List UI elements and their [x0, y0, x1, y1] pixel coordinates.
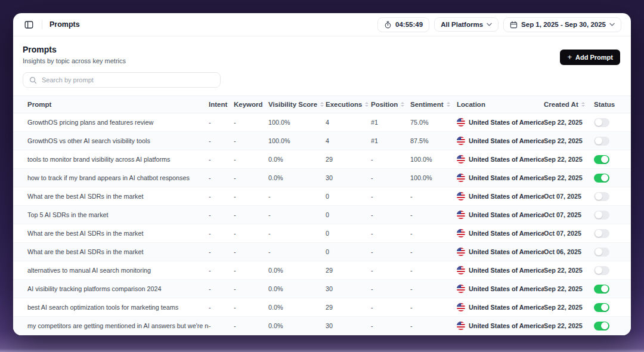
cell-status: [594, 266, 621, 275]
platform-filter-dropdown[interactable]: All Platforms: [434, 17, 499, 32]
us-flag-icon: [457, 211, 465, 219]
cell-visibility: -: [268, 230, 326, 237]
cell-position: -: [371, 230, 410, 237]
cell-executions: 0: [326, 193, 371, 200]
us-flag-icon: [457, 303, 465, 311]
column-header-executions[interactable]: Executions: [326, 101, 371, 108]
status-toggle[interactable]: [594, 266, 609, 275]
cell-intent: -: [209, 322, 234, 329]
status-toggle[interactable]: [594, 248, 609, 257]
status-toggle[interactable]: [594, 174, 609, 183]
location-label: United States of America: [469, 304, 544, 311]
add-prompt-label: Add Prompt: [575, 54, 613, 61]
add-prompt-button[interactable]: + Add Prompt: [560, 50, 620, 65]
cell-status: [594, 118, 621, 127]
table-row[interactable]: tools to monitor brand visibility across…: [13, 150, 631, 169]
cell-status: [594, 137, 621, 146]
table-row[interactable]: GrowthOS vs other AI search visibility t…: [13, 132, 631, 150]
column-header-sentiment[interactable]: Sentiment: [410, 101, 457, 108]
sort-arrows-icon[interactable]: [365, 102, 369, 107]
table-row[interactable]: GrowthOS pricing plans and features revi…: [13, 113, 631, 132]
column-label: Sentiment: [410, 101, 444, 108]
cell-status: [594, 211, 621, 220]
cell-status: [594, 155, 621, 164]
cell-created-at: Sep 22, 2025: [544, 322, 594, 329]
status-toggle[interactable]: [594, 229, 609, 238]
cell-location: United States of America: [457, 192, 544, 200]
cell-position: -: [371, 174, 410, 181]
sort-arrows-icon[interactable]: [401, 102, 404, 107]
status-toggle[interactable]: [594, 211, 609, 220]
us-flag-icon: [457, 137, 465, 145]
status-toggle[interactable]: [594, 192, 609, 201]
cell-location: United States of America: [457, 303, 544, 311]
status-toggle[interactable]: [594, 155, 609, 164]
search-input[interactable]: [42, 76, 214, 84]
cell-created-at: Sep 22, 2025: [544, 267, 594, 274]
plus-icon: +: [567, 54, 572, 60]
column-header-created-at[interactable]: Created At: [544, 101, 594, 108]
page-subtitle: Insights by topic across key metrics: [23, 57, 126, 64]
cell-executions: 0: [326, 230, 371, 237]
column-header-intent: Intent: [209, 101, 234, 108]
cell-created-at: Sep 22, 2025: [544, 119, 594, 126]
cell-intent: -: [209, 119, 234, 126]
status-toggle[interactable]: [594, 303, 609, 312]
table-body: GrowthOS pricing plans and features revi…: [13, 113, 631, 335]
cell-location: United States of America: [457, 248, 544, 256]
cell-prompt: What are the best AI SDRs in the market: [27, 230, 209, 237]
cell-position: -: [371, 285, 410, 292]
cell-prompt: Top 5 AI SDRs in the market: [27, 211, 209, 218]
table-row[interactable]: how to track if my brand appears in AI c…: [13, 169, 631, 187]
cell-location: United States of America: [457, 266, 544, 274]
table-row[interactable]: AI visibility tracking platforms compari…: [13, 280, 631, 298]
main-window: Prompts 04:55:49 All Platforms: [13, 13, 631, 335]
cell-created-at: Oct 07, 2025: [544, 193, 594, 200]
cell-created-at: Oct 07, 2025: [544, 211, 594, 218]
cell-position: -: [371, 248, 410, 255]
timer-chip[interactable]: 04:55:49: [377, 17, 429, 32]
location-label: United States of America: [469, 137, 544, 144]
location-label: United States of America: [469, 230, 544, 237]
cell-status: [594, 229, 621, 238]
cell-location: United States of America: [457, 174, 544, 182]
column-label: Keyword: [234, 101, 263, 108]
table-row[interactable]: best AI search optimization tools for ma…: [13, 298, 631, 317]
table-header: PromptIntentKeywordVisibility ScoreExecu…: [13, 95, 631, 113]
sort-arrows-icon[interactable]: [581, 102, 585, 107]
table-row[interactable]: What are the best AI SDRs in the market-…: [13, 187, 631, 206]
status-toggle[interactable]: [594, 285, 609, 294]
sidebar-toggle-button[interactable]: [23, 18, 35, 30]
us-flag-icon: [457, 322, 465, 330]
cell-sentiment: -: [410, 267, 457, 274]
date-range-picker[interactable]: Sep 1, 2025 - Sep 30, 2025: [503, 17, 621, 32]
table-row[interactable]: Top 5 AI SDRs in the market---0--United …: [13, 206, 631, 224]
platform-filter-value: All Platforms: [441, 21, 483, 28]
page-header: Prompts Insights by topic across key met…: [13, 36, 631, 70]
status-toggle[interactable]: [594, 322, 609, 331]
sort-arrows-icon[interactable]: [447, 102, 450, 107]
column-header-visibility-score[interactable]: Visibility Score: [268, 101, 326, 108]
cell-sentiment: -: [410, 193, 457, 200]
column-header-position[interactable]: Position: [371, 101, 410, 108]
cell-prompt: alternatives to manual AI search monitor…: [27, 267, 209, 274]
divider: [42, 20, 42, 29]
table-row[interactable]: What are the best AI SDRs in the market-…: [13, 224, 631, 243]
table-row[interactable]: alternatives to manual AI search monitor…: [13, 261, 631, 280]
cell-intent: -: [209, 304, 234, 311]
cell-visibility: 0.0%: [268, 156, 326, 163]
cell-visibility: 100.0%: [268, 137, 326, 144]
cell-status: [594, 174, 621, 183]
status-toggle[interactable]: [594, 137, 609, 146]
table-row[interactable]: What are the best AI SDRs in the market-…: [13, 243, 631, 261]
us-flag-icon: [457, 285, 465, 293]
status-toggle[interactable]: [594, 118, 609, 127]
sort-arrows-icon[interactable]: [320, 102, 324, 107]
column-label: Position: [371, 101, 398, 108]
cell-created-at: Sep 22, 2025: [544, 174, 594, 181]
location-label: United States of America: [469, 267, 544, 274]
table-row[interactable]: my competitors are getting mentioned in …: [13, 317, 631, 335]
cell-sentiment: -: [410, 211, 457, 218]
cell-keyword: -: [234, 193, 268, 200]
cell-location: United States of America: [457, 229, 544, 237]
